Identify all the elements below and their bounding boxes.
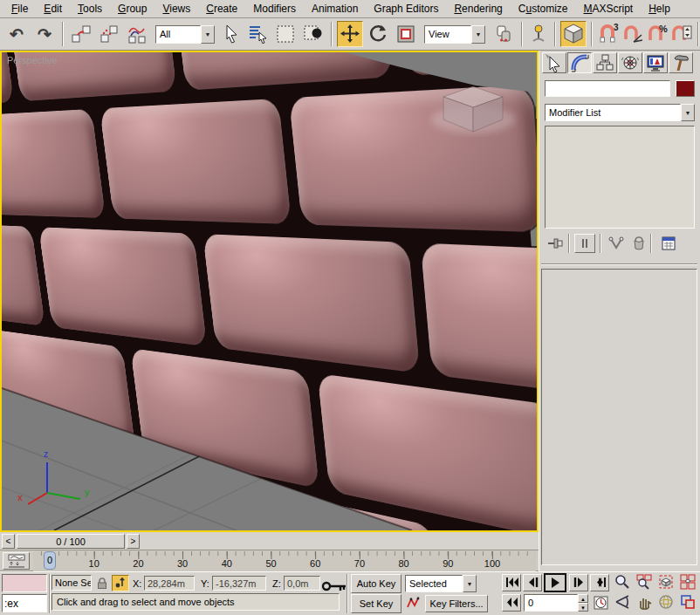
pan-hand-icon[interactable] [635,594,654,612]
tab-display[interactable] [643,52,668,73]
tab-modify[interactable] [567,52,592,73]
zoom-extents-all-icon[interactable] [678,574,697,592]
key-mode-toggle-icon[interactable] [502,594,521,612]
next-frame-icon[interactable] [569,574,588,591]
bind-to-space-warp-icon[interactable] [124,21,150,47]
play-animation-icon[interactable] [544,573,566,592]
unlink-selection-icon[interactable] [96,21,122,47]
select-and-link-icon[interactable] [68,21,94,47]
menu-help[interactable]: Help [641,1,678,17]
remove-modifier-icon[interactable] [628,234,649,253]
time-configuration-icon[interactable] [592,595,609,612]
menu-rendering[interactable]: Rendering [446,1,510,17]
key-mode-dropdown[interactable]: Selected ▼ [405,575,477,592]
time-slider-handle[interactable]: 0 / 100 [17,534,125,549]
go-to-end-icon[interactable] [590,574,609,591]
viewport-label[interactable]: Perspective [7,55,57,65]
perspective-viewport[interactable]: z x y Perspective [0,51,539,532]
tab-utilities[interactable] [669,52,693,73]
menu-views[interactable]: Views [154,1,198,17]
menu-edit[interactable]: Edit [36,1,70,17]
snap-3d-icon[interactable]: 3 [597,21,620,47]
set-key-button[interactable]: Set Key [351,594,401,613]
tab-motion[interactable] [618,52,642,73]
next-frame-button[interactable]: > [127,534,140,549]
current-frame-field[interactable]: 0 [524,594,578,612]
chevron-down-icon[interactable]: ▼ [471,25,485,44]
trackbar-tick-label: 10 [89,558,100,569]
trackbar-tick-label: 70 [354,558,365,569]
tab-create[interactable] [542,52,566,73]
show-end-result-icon[interactable] [574,234,595,253]
trackbar-tick-label: 100 [484,558,500,569]
menu-animation[interactable]: Animation [304,1,366,17]
selection-lock-icon[interactable] [94,576,110,591]
menu-bar: FileEditToolsGroupViewsCreateModifiersAn… [0,0,700,18]
svg-text:3: 3 [614,23,619,32]
menu-maxscript[interactable]: MAXScript [576,1,642,17]
modifier-list-dropdown[interactable]: Modifier List ▼ [545,104,695,121]
reference-coordinate-system-dropdown[interactable]: View ▼ [424,25,485,44]
arc-rotate-icon[interactable] [656,594,676,612]
pin-stack-icon[interactable] [545,234,566,253]
spinner-down-icon[interactable]: ▼ [578,603,588,612]
use-pivot-point-center-icon[interactable] [491,21,517,47]
mini-curve-editor-button[interactable] [3,552,30,570]
y-coordinate-field[interactable]: -16,327m [212,576,266,591]
current-frame-marker[interactable]: 0 [44,551,56,570]
menu-customize[interactable]: Customize [511,1,576,17]
menu-create[interactable]: Create [198,1,245,17]
configure-modifier-sets-icon[interactable] [658,234,679,253]
select-and-scale-icon[interactable] [393,21,419,47]
x-coordinate-field[interactable]: 28,284m [144,576,195,591]
go-to-start-icon[interactable] [502,574,521,591]
zoom-all-icon[interactable] [635,574,654,592]
percent-snap-icon[interactable]: % [646,21,669,47]
rectangular-selection-region-icon[interactable] [272,21,299,47]
z-coordinate-field[interactable]: 0,0m [284,576,320,591]
maximize-viewport-toggle-icon[interactable] [678,594,697,612]
track-bar-ruler[interactable]: 0 0102030405060708090100 [33,550,536,571]
make-unique-icon[interactable] [606,234,627,253]
menu-graph-editors[interactable]: Graph Editors [366,1,446,17]
previous-frame-icon[interactable] [523,574,542,591]
previous-frame-button[interactable]: < [2,534,15,549]
frame-spinner[interactable]: ▲ ▼ [578,594,588,612]
tab-hierarchy[interactable] [593,52,617,73]
zoom-icon[interactable] [613,574,632,592]
chevron-down-icon[interactable]: ▼ [463,575,477,592]
angle-snap-icon[interactable] [621,21,644,47]
select-object-icon[interactable] [220,21,243,47]
field-of-view-icon[interactable] [613,594,632,612]
rollout-area[interactable] [541,269,697,565]
modifier-stack-list[interactable] [545,126,695,229]
window-crossing-toggle-icon[interactable] [300,21,326,47]
chevron-down-icon[interactable]: ▼ [201,25,215,44]
selection-filter-dropdown[interactable]: All ▼ [155,25,215,44]
key-filters-button[interactable]: Key Filters... [425,595,488,612]
redo-icon[interactable]: ↷ [31,21,58,47]
undo-icon[interactable]: ↶ [3,21,30,47]
trackbar-tick-label: 60 [310,558,320,569]
menu-tools[interactable]: Tools [70,1,110,17]
select-by-name-icon[interactable] [244,21,271,47]
ghost-cube-helper[interactable] [428,74,518,144]
spinner-snap-icon[interactable] [670,21,693,47]
object-name-field[interactable] [545,80,670,97]
maxscript-mini-listener[interactable]: :ex [2,594,47,612]
snaps-toggle-icon[interactable] [560,21,587,47]
zoom-extents-icon[interactable] [656,574,676,592]
menu-modifiers[interactable]: Modifiers [245,1,304,17]
auto-key-button[interactable]: Auto Key [351,574,401,593]
menu-group[interactable]: Group [110,1,154,17]
select-and-manipulate-icon[interactable] [527,21,550,47]
default-in-out-tangents-icon[interactable] [405,596,422,613]
chevron-down-icon[interactable]: ▼ [681,104,695,121]
menu-file[interactable]: File [3,1,36,17]
macro-recorder-field[interactable] [2,574,47,592]
absolute-offset-toggle-icon[interactable] [112,575,129,591]
select-and-move-icon[interactable] [337,21,363,47]
select-and-rotate-icon[interactable] [365,21,391,47]
object-color-swatch[interactable] [676,80,695,97]
spinner-up-icon[interactable]: ▲ [578,594,588,603]
